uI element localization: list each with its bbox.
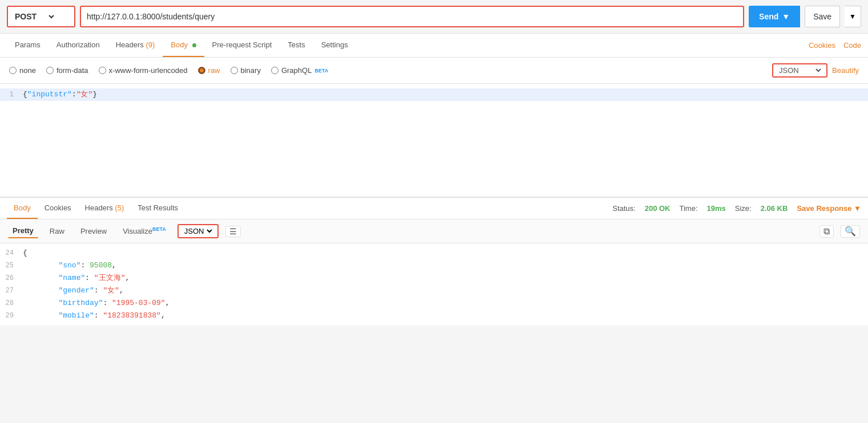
- resp-tab-visualize[interactable]: VisualizeBETA: [118, 224, 171, 238]
- save-response-button[interactable]: Save Response ▼: [797, 204, 861, 213]
- code-line-1: 1 {"inputstr":"女"}: [0, 88, 868, 101]
- response-tab-test-results[interactable]: Test Results: [131, 198, 185, 219]
- tab-authorization[interactable]: Authorization: [49, 34, 108, 57]
- response-section: Body Cookies Headers (5) Test Results St…: [0, 198, 868, 326]
- copy-button[interactable]: ⧉: [819, 225, 834, 238]
- tab-body[interactable]: Body: [163, 34, 204, 57]
- graphql-beta-badge: BETA: [314, 68, 328, 74]
- resp-line-26: 26 "name": "王文海",: [0, 272, 868, 284]
- resp-line-content-25: "sno": 95008,: [23, 259, 868, 272]
- resp-line-content-28: "birthday": "1995-03-09",: [23, 297, 868, 310]
- body-dot: [192, 43, 196, 47]
- tabs-right-links: Cookies Code: [809, 41, 861, 50]
- json-format-select[interactable]: JSON Text JavaScript HTML XML: [777, 66, 823, 75]
- status-label: Status:: [612, 204, 635, 213]
- tab-headers[interactable]: Headers (9): [108, 34, 163, 57]
- response-code-view: 24 { 25 "sno": 95008, 26 "name": "王文海", …: [0, 243, 868, 326]
- resp-line-content-26: "name": "王文海",: [23, 272, 868, 284]
- response-format-bar: Pretty Raw Preview VisualizeBETA JSON XM…: [0, 219, 868, 243]
- size-value: 2.06 KB: [761, 204, 788, 213]
- resp-line-num-26: 26: [0, 272, 23, 284]
- resp-line-29: 29 "mobile": "18238391838",: [0, 310, 868, 322]
- radio-form-data-input[interactable]: [46, 67, 54, 74]
- line-content-1: {"inputstr":"女"}: [23, 88, 868, 101]
- radio-none[interactable]: none: [9, 66, 36, 75]
- radio-form-data[interactable]: form-data: [46, 66, 88, 75]
- response-tab-cookies[interactable]: Cookies: [38, 198, 78, 219]
- resp-tab-raw[interactable]: Raw: [45, 225, 69, 238]
- status-value: 200 OK: [645, 204, 671, 213]
- resp-json-select-wrapper: JSON XML HTML Text: [177, 224, 219, 238]
- body-format-right: JSON Text JavaScript HTML XML Beautify: [772, 63, 859, 78]
- body-options-bar: none form-data x-www-form-urlencoded raw…: [0, 58, 868, 84]
- resp-line-num-25: 25: [0, 259, 23, 272]
- tab-settings[interactable]: Settings: [313, 34, 356, 57]
- visualize-beta-badge: BETA: [152, 226, 166, 232]
- request-tabs-bar: Params Authorization Headers (9) Body Pr…: [0, 34, 868, 58]
- line-number-1: 1: [0, 88, 23, 101]
- resp-tab-pretty[interactable]: Pretty: [8, 224, 38, 238]
- radio-none-input[interactable]: [9, 67, 17, 74]
- resp-line-28: 28 "birthday": "1995-03-09",: [0, 297, 868, 310]
- response-tab-body[interactable]: Body: [7, 198, 38, 219]
- resp-line-25: 25 "sno": 95008,: [0, 259, 868, 272]
- resp-json-select[interactable]: JSON XML HTML Text: [182, 226, 214, 236]
- resp-line-content-24: {: [23, 247, 868, 259]
- resp-format-right: ⧉ 🔍: [819, 225, 860, 238]
- resp-line-num-28: 28: [0, 297, 23, 310]
- json-select-wrapper: JSON Text JavaScript HTML XML: [772, 63, 827, 78]
- send-button[interactable]: Send ▼: [749, 6, 800, 27]
- save-button[interactable]: Save: [805, 6, 840, 27]
- search-button[interactable]: 🔍: [841, 225, 860, 238]
- cookies-link[interactable]: Cookies: [809, 41, 835, 50]
- radio-raw-input[interactable]: [198, 67, 205, 74]
- url-input[interactable]: [87, 12, 737, 21]
- resp-line-content-29: "mobile": "18238391838",: [23, 310, 868, 322]
- tab-tests[interactable]: Tests: [280, 34, 313, 57]
- beautify-button[interactable]: Beautify: [832, 66, 859, 75]
- response-status-bar: Status: 200 OK Time: 19ms Size: 2.06 KB …: [612, 204, 861, 213]
- radio-raw[interactable]: raw: [198, 66, 220, 75]
- resp-line-content-27: "gender": "女",: [23, 284, 868, 297]
- resp-line-num-29: 29: [0, 310, 23, 322]
- method-select-wrapper: POST GET PUT PATCH DELETE: [7, 6, 75, 27]
- radio-graphql[interactable]: GraphQLBETA: [271, 66, 328, 75]
- radio-binary[interactable]: binary: [231, 66, 261, 75]
- size-label: Size:: [735, 204, 752, 213]
- wrap-lines-button[interactable]: ☰: [225, 226, 241, 237]
- time-value: 19ms: [707, 204, 726, 213]
- resp-line-24: 24 {: [0, 247, 868, 259]
- top-bar: POST GET PUT PATCH DELETE Send ▼ Save ▼: [0, 0, 868, 34]
- code-link[interactable]: Code: [843, 41, 861, 50]
- save-dropdown-button[interactable]: ▼: [845, 6, 861, 27]
- send-chevron-icon: ▼: [782, 12, 790, 21]
- tab-prerequest[interactable]: Pre-request Script: [204, 34, 280, 57]
- time-label: Time:: [680, 204, 698, 213]
- response-tabs-bar: Body Cookies Headers (5) Test Results St…: [0, 198, 868, 219]
- tab-params[interactable]: Params: [7, 34, 49, 57]
- method-select[interactable]: POST GET PUT PATCH DELETE: [13, 11, 56, 22]
- url-input-wrapper: [80, 6, 744, 27]
- request-body-editor[interactable]: 1 {"inputstr":"女"}: [0, 84, 868, 198]
- resp-line-27: 27 "gender": "女",: [0, 284, 868, 297]
- resp-line-num-27: 27: [0, 284, 23, 297]
- resp-line-num-24: 24: [0, 247, 23, 259]
- response-tab-headers[interactable]: Headers (5): [78, 198, 131, 219]
- radio-urlencoded-input[interactable]: [99, 67, 106, 74]
- radio-binary-input[interactable]: [231, 67, 238, 74]
- send-label: Send: [759, 12, 778, 21]
- resp-tab-preview[interactable]: Preview: [76, 225, 111, 238]
- radio-urlencoded[interactable]: x-www-form-urlencoded: [99, 66, 188, 75]
- radio-graphql-input[interactable]: [271, 67, 278, 74]
